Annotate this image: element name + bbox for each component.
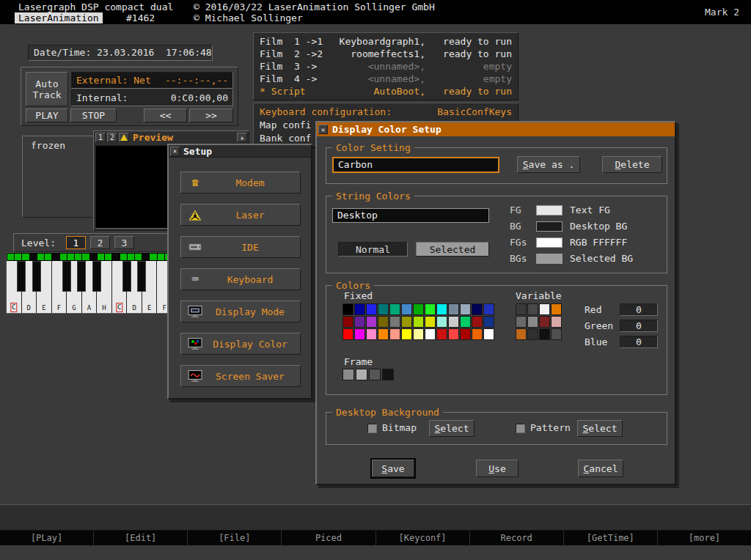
palette-swatch[interactable]: [366, 303, 377, 315]
palette-swatch[interactable]: [527, 316, 538, 328]
palette-swatch[interactable]: [425, 328, 436, 340]
color-swatch[interactable]: [536, 205, 563, 215]
level-button[interactable]: 2: [90, 236, 110, 249]
setup-item-screen-saver[interactable]: Screen Saver: [180, 365, 301, 387]
color-setting-input[interactable]: Carbon: [332, 157, 499, 173]
bitmap-checkbox[interactable]: [367, 424, 377, 433]
function-key[interactable]: [PLay]: [0, 531, 94, 545]
setup-item-keyboard[interactable]: ⌨Keyboard: [180, 268, 301, 290]
color-swatch[interactable]: [536, 221, 563, 232]
piano-black-key[interactable]: [92, 261, 101, 292]
function-key[interactable]: Piced: [282, 531, 376, 545]
palette-swatch[interactable]: [342, 316, 353, 328]
rgb-value[interactable]: 0: [620, 303, 658, 316]
normal-button[interactable]: Normal: [338, 242, 408, 257]
frame-swatch[interactable]: [382, 369, 394, 380]
level-button[interactable]: 1: [66, 236, 86, 249]
palette-swatch[interactable]: [448, 328, 459, 340]
palette-swatch[interactable]: [413, 316, 424, 328]
function-key[interactable]: [Keyconf]: [376, 531, 470, 545]
palette-swatch[interactable]: [354, 303, 365, 315]
palette-swatch[interactable]: [413, 303, 424, 315]
frame-swatch[interactable]: [356, 369, 367, 380]
palette-swatch[interactable]: [448, 316, 459, 328]
palette-swatch[interactable]: [516, 316, 527, 328]
scroll-up-icon[interactable]: ▲: [237, 133, 247, 142]
forward-button[interactable]: >>: [189, 108, 233, 122]
palette-swatch[interactable]: [354, 316, 365, 328]
function-key[interactable]: [GetTime]: [564, 531, 658, 545]
rgb-value[interactable]: 0: [620, 336, 658, 348]
palette-swatch[interactable]: [483, 316, 494, 328]
piano-black-key[interactable]: [77, 261, 86, 292]
pattern-checkbox[interactable]: [516, 424, 525, 433]
film-row[interactable]: Film 3 -><unnamed>,empty: [260, 60, 512, 73]
rgb-value[interactable]: 0: [620, 320, 658, 332]
palette-swatch[interactable]: [354, 328, 365, 340]
palette-swatch[interactable]: [539, 328, 550, 340]
film-row[interactable]: Film 2 ->2roomeffects1,ready to run: [260, 48, 512, 60]
palette-swatch[interactable]: [378, 328, 389, 340]
palette-swatch[interactable]: [342, 303, 353, 315]
palette-swatch[interactable]: [436, 328, 447, 340]
palette-swatch[interactable]: [389, 328, 400, 340]
palette-swatch[interactable]: [425, 316, 436, 328]
string-selector-input[interactable]: Desktop: [332, 208, 489, 223]
palette-swatch[interactable]: [378, 316, 389, 328]
film-row[interactable]: * ScriptAutoBoot,ready to run: [260, 85, 512, 97]
setup-item-modem[interactable]: ☎Modem: [180, 172, 301, 194]
palette-swatch[interactable]: [516, 328, 527, 340]
palette-swatch[interactable]: [389, 316, 400, 328]
piano-black-key[interactable]: [137, 261, 146, 292]
piano-black-key[interactable]: [32, 261, 41, 292]
film-row[interactable]: Film 4 -><unnamed>,empty: [260, 73, 512, 85]
setup-item-ide[interactable]: IDE: [180, 236, 301, 258]
palette-swatch[interactable]: [436, 303, 447, 315]
function-key[interactable]: Record: [470, 531, 564, 545]
stop-button[interactable]: STOP: [70, 108, 117, 122]
palette-swatch[interactable]: [539, 303, 550, 315]
piano-black-key[interactable]: [122, 261, 131, 292]
delete-button[interactable]: Delete: [602, 156, 662, 173]
save-button[interactable]: Save: [372, 460, 414, 477]
palette-swatch[interactable]: [483, 303, 494, 315]
setup-item-display-mode[interactable]: Display Mode: [180, 301, 301, 323]
palette-swatch[interactable]: [460, 303, 471, 315]
color-swatch[interactable]: [536, 254, 563, 264]
palette-swatch[interactable]: [401, 316, 412, 328]
palette-swatch[interactable]: [539, 316, 550, 328]
use-button[interactable]: Use: [476, 460, 519, 477]
frame-swatch[interactable]: [342, 369, 354, 380]
bitmap-select-button[interactable]: Select: [429, 420, 475, 437]
auto-track-button[interactable]: Auto Track: [26, 72, 68, 106]
close-icon[interactable]: ✕: [170, 147, 180, 156]
preview-tab[interactable]: 1: [95, 133, 106, 142]
setup-item-laser[interactable]: Laser: [180, 204, 301, 226]
rewind-button[interactable]: <<: [144, 108, 187, 122]
close-icon[interactable]: ✕: [318, 125, 328, 134]
palette-swatch[interactable]: [472, 303, 483, 315]
palette-swatch[interactable]: [472, 316, 483, 328]
film-row[interactable]: Film 1 ->1Keyboardgraph1,ready to run: [260, 35, 512, 48]
setup-titlebar[interactable]: ✕ Setup: [169, 145, 311, 158]
play-button[interactable]: PLAY: [26, 108, 68, 122]
cancel-button[interactable]: Cancel: [578, 460, 623, 477]
console-strip[interactable]: [0, 504, 751, 531]
piano-black-key[interactable]: [17, 261, 26, 292]
dialog-titlebar[interactable]: ✕ Display Color Setup: [317, 122, 675, 136]
palette-swatch[interactable]: [389, 303, 400, 315]
palette-swatch[interactable]: [527, 303, 538, 315]
level-button[interactable]: 3: [114, 236, 134, 249]
warning-icon[interactable]: [119, 133, 129, 142]
palette-swatch[interactable]: [460, 328, 471, 340]
palette-swatch[interactable]: [527, 328, 538, 340]
frozen-window[interactable]: frozen: [22, 136, 94, 218]
palette-swatch[interactable]: [366, 316, 377, 328]
palette-swatch[interactable]: [448, 303, 459, 315]
frame-swatch[interactable]: [369, 369, 381, 380]
selected-button[interactable]: Selected: [416, 242, 489, 257]
palette-swatch[interactable]: [460, 316, 471, 328]
palette-swatch[interactable]: [401, 328, 412, 340]
palette-swatch[interactable]: [425, 303, 436, 315]
function-key[interactable]: [more]: [658, 531, 751, 545]
